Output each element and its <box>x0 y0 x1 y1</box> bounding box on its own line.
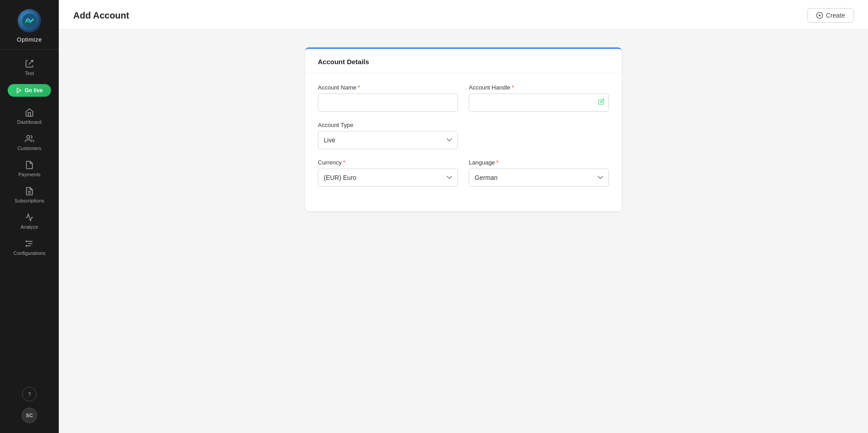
language-label: Language * <box>469 159 609 166</box>
home-icon <box>24 108 34 118</box>
account-handle-input[interactable] <box>469 94 609 112</box>
customers-label: Customers <box>17 146 41 151</box>
language-select[interactable]: German English French Spanish <box>469 169 609 187</box>
help-button[interactable]: ? <box>22 387 37 401</box>
test-label: Test <box>25 71 34 76</box>
subscriptions-icon <box>24 186 34 196</box>
go-live-button[interactable]: Go live <box>8 84 51 97</box>
account-type-label: Account Type <box>318 122 458 128</box>
configurations-icon <box>24 239 34 249</box>
svg-point-3 <box>27 136 30 139</box>
analyze-label: Analyze <box>20 224 38 230</box>
test-icon <box>24 59 34 69</box>
nav-menu: Test Go live Dashboard Customers Payment… <box>0 50 59 387</box>
svg-marker-2 <box>17 88 21 93</box>
sidebar-item-payments[interactable]: Payments <box>0 155 59 182</box>
sidebar-item-analyze[interactable]: Analyze <box>0 208 59 234</box>
subscriptions-label: Subscriptions <box>14 198 44 203</box>
language-group: Language * German English French Spanish <box>469 159 609 187</box>
customers-icon <box>24 134 34 144</box>
account-card: Account Details Account Name * Account H <box>305 47 622 211</box>
sidebar-bottom: ? SC <box>22 387 37 433</box>
page-body: Account Details Account Name * Account H <box>59 29 868 433</box>
currency-select[interactable]: (EUR) Euro (USD) US Dollar (GBP) British… <box>318 169 458 187</box>
sidebar-item-customers[interactable]: Customers <box>0 129 59 155</box>
create-icon <box>816 12 823 19</box>
currency-required: * <box>343 159 345 166</box>
app-logo <box>18 9 41 33</box>
form-row-1: Account Name * Account Handle * <box>318 84 609 112</box>
form-row-2: Account Type Live Test <box>318 122 609 149</box>
payments-icon <box>24 160 34 170</box>
brand-name: Optimize <box>17 36 42 43</box>
main-content: Add Account Create Account Details Accou… <box>59 0 868 433</box>
sidebar-item-configurations[interactable]: Configurations <box>0 234 59 260</box>
account-name-group: Account Name * <box>318 84 458 112</box>
card-body: Account Name * Account Handle * <box>305 73 622 211</box>
account-name-input[interactable] <box>318 94 458 112</box>
sidebar-item-subscriptions[interactable]: Subscriptions <box>0 182 59 208</box>
dashboard-label: Dashboard <box>17 119 42 125</box>
sidebar-item-dashboard[interactable]: Dashboard <box>0 103 59 129</box>
sidebar-logo: Optimize <box>0 0 59 50</box>
form-row-3: Currency * (EUR) Euro (USD) US Dollar (G… <box>318 159 609 187</box>
payments-label: Payments <box>19 172 41 177</box>
card-title: Account Details <box>318 58 609 66</box>
account-handle-input-wrapper <box>469 94 609 112</box>
svg-point-9 <box>26 240 27 242</box>
page-title: Add Account <box>73 10 129 21</box>
svg-point-10 <box>26 245 27 246</box>
page-header: Add Account Create <box>59 0 868 29</box>
sidebar: Optimize Test Go live Dashboard Customer <box>0 0 59 433</box>
account-type-select[interactable]: Live Test <box>318 131 458 149</box>
svg-line-1 <box>28 61 33 65</box>
analyze-icon <box>24 212 34 222</box>
user-avatar[interactable]: SC <box>22 408 37 423</box>
account-handle-label: Account Handle * <box>469 84 609 91</box>
card-header: Account Details <box>305 49 622 73</box>
account-name-required: * <box>358 84 360 91</box>
configurations-label: Configurations <box>14 250 46 256</box>
currency-label: Currency * <box>318 159 458 166</box>
account-name-label: Account Name * <box>318 84 458 91</box>
account-type-group: Account Type Live Test <box>318 122 458 149</box>
language-required: * <box>496 159 499 166</box>
sidebar-item-test[interactable]: Test <box>0 54 59 80</box>
create-button[interactable]: Create <box>807 8 854 23</box>
account-handle-required: * <box>512 84 514 91</box>
currency-group: Currency * (EUR) Euro (USD) US Dollar (G… <box>318 159 458 187</box>
account-handle-group: Account Handle * <box>469 84 609 112</box>
